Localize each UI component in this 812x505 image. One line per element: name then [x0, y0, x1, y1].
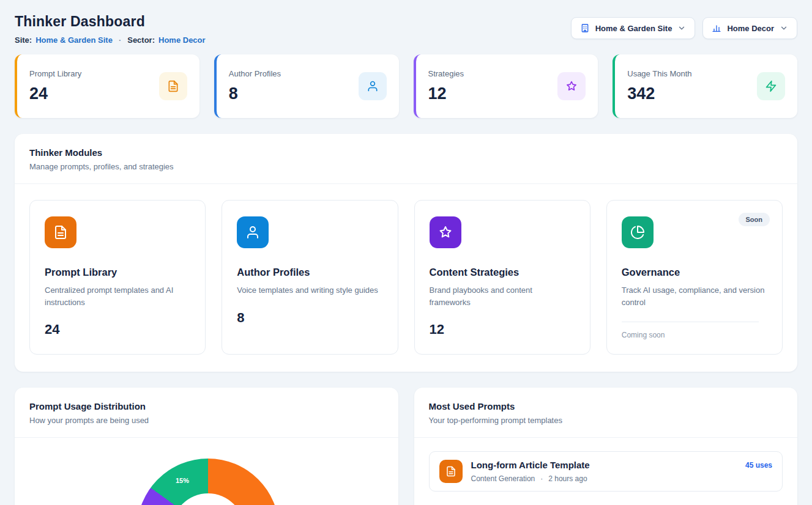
lightning-icon [757, 72, 785, 100]
usage-distribution-card: Prompt Usage Distribution How your promp… [15, 388, 398, 505]
module-title: Governance [622, 267, 767, 278]
modules-title: Thinker Modules [29, 147, 783, 158]
module-count: 12 [430, 322, 575, 337]
usage-donut-chart: 15% [137, 459, 279, 505]
document-icon [159, 72, 187, 100]
usage-card-header: Prompt Usage Distribution How your promp… [15, 388, 398, 438]
module-card-prompt-library[interactable]: Prompt Library Centralized prompt templa… [29, 200, 206, 355]
soon-badge: Soon [739, 213, 770, 226]
stat-card-prompt-library: Prompt Library 24 [15, 54, 199, 118]
prompt-title: Long-form Article Template [471, 460, 590, 470]
module-count: 8 [237, 310, 382, 326]
donut-chart-area: 15% [15, 438, 398, 505]
stat-label: Usage This Month [627, 69, 691, 78]
stat-label: Strategies [428, 69, 464, 78]
chevron-down-icon [677, 24, 686, 32]
site-label: Site: [15, 35, 32, 45]
pie-chart-icon [622, 216, 654, 248]
header-actions: Home & Garden Site Home Decor [571, 17, 797, 39]
document-icon [439, 460, 463, 483]
module-card-governance[interactable]: Soon Governance Track AI usage, complian… [606, 200, 783, 355]
sector-dropdown[interactable]: Home Decor [702, 17, 797, 39]
bar-chart-icon [712, 23, 721, 33]
most-used-prompts-card: Most Used Prompts Your top-performing pr… [414, 388, 798, 505]
prompt-time: 2 hours ago [548, 474, 587, 483]
prompt-category: Content Generation [471, 474, 535, 483]
prompt-uses-badge: 45 uses [745, 460, 772, 470]
site-dropdown-label: Home & Garden Site [595, 24, 672, 33]
usage-card-subtitle: How your prompts are being used [29, 416, 384, 425]
stat-card-usage: Usage This Month 342 [613, 54, 797, 118]
prompt-list-item[interactable]: Long-form Article Template Content Gener… [429, 451, 783, 492]
stat-text: Usage This Month 342 [627, 69, 691, 103]
prompt-item-text: Long-form Article Template Content Gener… [471, 460, 590, 483]
module-count: 24 [45, 322, 190, 337]
stat-label: Prompt Library [29, 69, 81, 78]
module-divider [622, 322, 759, 322]
site-dropdown[interactable]: Home & Garden Site [571, 17, 696, 39]
sector-link[interactable]: Home Decor [158, 35, 206, 45]
module-card-content-strategies[interactable]: Content Strategies Brand playbooks and c… [414, 200, 590, 355]
dashboard-page: { "header": { "title": "Thinker Dashboar… [0, 0, 812, 505]
module-card-author-profiles[interactable]: Author Profiles Voice templates and writ… [222, 200, 398, 355]
modules-subtitle: Manage prompts, profiles, and strategies [29, 162, 783, 171]
chevron-down-icon [780, 24, 788, 32]
modules-header: Thinker Modules Manage prompts, profiles… [15, 134, 797, 184]
stat-text: Prompt Library 24 [29, 69, 81, 103]
bottom-row: Prompt Usage Distribution How your promp… [15, 388, 797, 505]
prompts-card-title: Most Used Prompts [429, 401, 783, 411]
sector-label: Sector: [127, 35, 155, 45]
sector-dropdown-label: Home Decor [727, 24, 774, 33]
sparkle-star-icon [430, 216, 461, 248]
stats-row: Prompt Library 24 Author Profiles 8 Stra… [15, 54, 797, 118]
stat-text: Author Profiles 8 [229, 69, 281, 103]
stat-value: 12 [428, 84, 464, 103]
module-title: Prompt Library [45, 267, 190, 278]
stat-value: 8 [229, 84, 281, 103]
header-left: Thinker Dashboard Site: Home & Garden Si… [15, 13, 206, 45]
user-icon [237, 216, 269, 248]
document-icon [45, 216, 76, 248]
usage-card-title: Prompt Usage Distribution [29, 401, 384, 411]
page-title: Thinker Dashboard [15, 13, 206, 30]
meta-separator: · [119, 35, 121, 45]
breadcrumb: Site: Home & Garden Site · Sector: Home … [15, 35, 206, 45]
stat-text: Strategies 12 [428, 69, 464, 103]
module-description: Centralized prompt templates and AI inst… [45, 284, 188, 308]
meta-separator: · [540, 474, 543, 483]
module-description: Brand playbooks and content frameworks [430, 284, 573, 308]
prompts-card-subtitle: Your top-performing prompt templates [429, 416, 783, 425]
building-icon [580, 23, 590, 33]
sparkle-star-icon [557, 72, 586, 100]
donut-segment-label: 15% [176, 477, 189, 484]
coming-soon-text: Coming soon [622, 331, 767, 339]
stat-label: Author Profiles [229, 69, 281, 78]
module-description: Voice templates and writing style guides [237, 284, 381, 297]
thinker-modules-panel: Thinker Modules Manage prompts, profiles… [15, 134, 797, 372]
module-title: Author Profiles [237, 267, 382, 278]
prompt-meta: Content Generation · 2 hours ago [471, 474, 590, 483]
module-title: Content Strategies [430, 267, 575, 278]
stat-card-author-profiles: Author Profiles 8 [214, 54, 399, 118]
stat-value: 24 [29, 84, 81, 103]
modules-grid: Prompt Library Centralized prompt templa… [15, 184, 797, 372]
user-icon [359, 72, 387, 100]
prompts-card-header: Most Used Prompts Your top-performing pr… [414, 388, 798, 438]
module-description: Track AI usage, compliance, and version … [622, 284, 765, 308]
stat-value: 342 [627, 84, 691, 103]
page-header: Thinker Dashboard Site: Home & Garden Si… [15, 13, 797, 45]
site-link[interactable]: Home & Garden Site [35, 35, 113, 45]
stat-card-strategies: Strategies 12 [414, 54, 598, 118]
